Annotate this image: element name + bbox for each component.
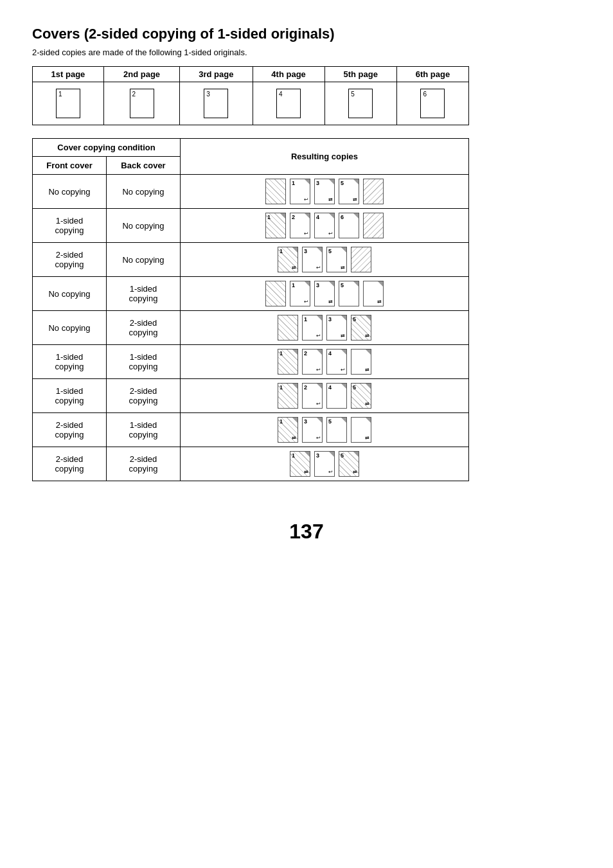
- back-cond: 2-sided copying: [107, 379, 181, 413]
- result-icons: 1 2 ↩ 4 5 ⇄: [183, 383, 466, 409]
- back-cover-header: Back cover: [107, 157, 181, 175]
- page-icon-num-5: 5: [351, 91, 355, 98]
- pg-3: 3 ↩: [302, 247, 323, 272]
- pg-5-2s: 5 ⇄: [339, 451, 359, 477]
- result-cell: 1 ⇄ 3 ↩ 5 ⇄: [181, 413, 469, 447]
- resulting-copies-header: Resulting copies: [181, 139, 469, 175]
- col-header-2: 2nd page: [103, 67, 179, 82]
- pg-5: 5 ⇄: [326, 247, 347, 272]
- page-cell-2: 2: [103, 82, 179, 125]
- page-icon-1: 1: [56, 89, 80, 118]
- page-icon-num-1: 1: [58, 91, 62, 98]
- back-cond: 1-sided copying: [107, 277, 181, 311]
- pg-back1s: ⇄: [351, 417, 371, 443]
- pg-1s-front: 1: [265, 213, 286, 238]
- result-cell: 1 ⇄ 3 ↩ 5 ⇄: [181, 447, 469, 481]
- front-cover-header: Front cover: [33, 157, 107, 175]
- front-cond: 1-sided copying: [33, 379, 107, 413]
- pg-1-2s: 1 ⇄: [278, 417, 298, 443]
- pg-3: 3 ⇄: [314, 179, 335, 204]
- result-icons: 1 2 ↩ 4 ↩ 6: [183, 213, 466, 238]
- pg-5: 5: [326, 417, 347, 443]
- result-cell: 1 ↩ 3 ⇄ 5 ⇄: [181, 277, 469, 311]
- page-cell-1: 1: [33, 82, 104, 125]
- result-cell: 1 ↩ 3 ⇄ 5 ⇄: [181, 175, 469, 209]
- table-row: No copying 2-sided copying 1 ↩ 3 ⇄ 5 ⇄: [33, 311, 469, 345]
- result-icons: 1 2 ↩ 4 ↩ ⇄: [183, 349, 466, 375]
- pg-5: 5 ⇄: [339, 179, 359, 204]
- pg-5-2s: 5 ⇄: [351, 315, 371, 341]
- result-cell: 1 ↩ 3 ⇄ 5 ⇄: [181, 311, 469, 345]
- pg-blank: [265, 281, 286, 306]
- page-cell-6: 6: [396, 82, 468, 125]
- result-icons: 1 ⇄ 3 ↩ 5 ⇄: [183, 451, 466, 477]
- page-icon-3: 3: [204, 89, 228, 118]
- result-icons: 1 ↩ 3 ⇄ 5 ⇄: [183, 179, 466, 204]
- front-cond: 1-sided copying: [33, 345, 107, 379]
- col-header-5: 5th page: [324, 67, 396, 82]
- page-icon-6: 6: [420, 89, 445, 118]
- pg-1-2s: 1 ⇄: [290, 451, 310, 477]
- result-icons: 1 ↩ 3 ⇄ 5 ⇄: [183, 315, 466, 341]
- front-cond: No copying: [33, 311, 107, 345]
- front-cond: 1-sided copying: [33, 209, 107, 243]
- pg-blank: [278, 315, 298, 341]
- page-cell-5: 5: [324, 82, 396, 125]
- page-icon-num-4: 4: [279, 91, 283, 98]
- back-cond: 2-sided copying: [107, 447, 181, 481]
- pg-blank-r: [363, 179, 384, 204]
- pg-blank-r: [363, 213, 384, 238]
- pg-back: ⇄: [351, 349, 371, 375]
- result-icons: 1 ⇄ 3 ↩ 5 ⇄: [183, 417, 466, 443]
- subtitle: 2-sided copies are made of the following…: [32, 48, 581, 57]
- pg-4: 4 ↩: [326, 349, 347, 375]
- result-cell: 1 2 ↩ 4 ↩ ⇄: [181, 345, 469, 379]
- pg-5: 5: [339, 281, 359, 306]
- table-row: No copying No copying 1 ↩ 3 ⇄: [33, 175, 469, 209]
- page-cell-3: 3: [180, 82, 253, 125]
- table-row: 1-sided copying No copying 1 2 ↩ 4 ↩: [33, 209, 469, 243]
- back-cond: 1-sided copying: [107, 345, 181, 379]
- pg-2: 2 ↩: [302, 383, 323, 409]
- page-icon-num-3: 3: [206, 91, 210, 98]
- pg-6: 6: [339, 213, 359, 238]
- page-icon-5: 5: [348, 89, 373, 118]
- result-icons: 1 ↩ 3 ⇄ 5 ⇄: [183, 281, 466, 306]
- result-cell: 1 ⇄ 3 ↩ 5 ⇄: [181, 243, 469, 277]
- front-cond: 2-sided copying: [33, 413, 107, 447]
- back-cond: No copying: [107, 175, 181, 209]
- page-title: Covers (2-sided copying of 1-sided origi…: [32, 26, 581, 42]
- cover-condition-header: Cover copying condition: [33, 139, 181, 157]
- result-icons: 1 ⇄ 3 ↩ 5 ⇄: [183, 247, 466, 272]
- back-cond: 1-sided copying: [107, 413, 181, 447]
- page-icon-num-6: 6: [423, 91, 427, 98]
- pg-3: 3 ⇄: [314, 281, 335, 306]
- pg-1-1s: 1: [278, 383, 298, 409]
- pg-1: 1 ↩: [290, 179, 310, 204]
- col-header-3: 3rd page: [180, 67, 253, 82]
- pg-blank: [265, 179, 286, 204]
- table-row: 2-sided copying No copying 1 ⇄ 3 ↩ 5 ⇄: [33, 243, 469, 277]
- front-cond: 2-sided copying: [33, 447, 107, 481]
- pg-3: 3 ⇄: [326, 315, 347, 341]
- page-icon-2: 2: [130, 89, 154, 118]
- page-number: 137: [32, 520, 581, 544]
- col-header-6: 6th page: [396, 67, 468, 82]
- table-row: 2-sided copying 1-sided copying 1 ⇄ 3 ↩ …: [33, 413, 469, 447]
- back-cond: 2-sided copying: [107, 311, 181, 345]
- front-cond: No copying: [33, 277, 107, 311]
- main-table: Cover copying condition Resulting copies…: [32, 138, 469, 481]
- front-cond: 2-sided copying: [33, 243, 107, 277]
- table-row: 1-sided copying 2-sided copying 1 2 ↩ 4 …: [33, 379, 469, 413]
- pg-blank-r: [351, 247, 371, 272]
- table-row: 2-sided copying 2-sided copying 1 ⇄ 3 ↩ …: [33, 447, 469, 481]
- pg-1: 1 ↩: [302, 315, 323, 341]
- back-cond: No copying: [107, 243, 181, 277]
- pg-2: 2 ↩: [302, 349, 323, 375]
- page-icon-num-2: 2: [132, 91, 136, 98]
- table-row: No copying 1-sided copying 1 ↩ 3 ⇄ 5: [33, 277, 469, 311]
- back-cond: No copying: [107, 209, 181, 243]
- col-header-4: 4th page: [253, 67, 324, 82]
- pg-3: 3 ↩: [314, 451, 335, 477]
- pg-4: 4 ↩: [314, 213, 335, 238]
